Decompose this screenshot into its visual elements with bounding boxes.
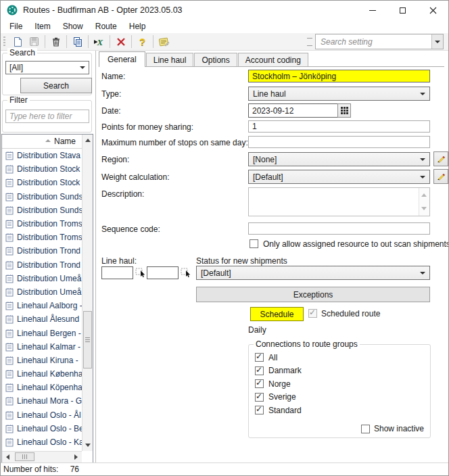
list-item[interactable]: Distribution Trond <box>2 258 82 272</box>
toolbar-grip[interactable] <box>3 37 5 47</box>
close-button[interactable] <box>418 1 448 20</box>
list-item[interactable]: Linehaul Köpenha <box>2 381 82 394</box>
save-button[interactable] <box>26 34 43 49</box>
tab[interactable]: Account coding <box>238 53 308 66</box>
show-inactive-checkbox[interactable] <box>361 425 370 433</box>
list-column-header-name[interactable]: Name <box>2 135 82 149</box>
menu-item[interactable]: Item <box>28 20 56 32</box>
list-item[interactable]: Distribution Stava <box>2 149 82 162</box>
tab[interactable]: Options <box>194 53 237 66</box>
list-item[interactable]: Linehaul Kiruna - <box>2 354 82 367</box>
list-item[interactable]: Distribution Stock <box>2 162 82 176</box>
line-haul-to-input[interactable] <box>147 266 179 279</box>
tab-strip: GeneralLine haulOptionsAccount coding <box>99 51 444 67</box>
scroll-right-button[interactable] <box>71 452 82 462</box>
list-item[interactable]: Linehaul Bergen - <box>2 326 82 339</box>
menu-item[interactable]: Show <box>57 20 89 32</box>
route-group-checkbox[interactable] <box>255 393 264 402</box>
title-bar: Routes - Budfirman AB - Opter 2023.05.03 <box>1 1 448 20</box>
scroll-up-button[interactable] <box>82 135 93 145</box>
max-stops-input[interactable] <box>248 136 430 148</box>
copy-button[interactable] <box>69 34 86 49</box>
route-group-checkbox[interactable] <box>255 379 264 388</box>
search-setting-dropdown-button[interactable] <box>431 34 443 49</box>
list-item-label: Distribution Sunds <box>17 206 82 215</box>
cancel-button[interactable] <box>112 34 129 49</box>
weight-calculation-combobox[interactable]: [Default] <box>248 170 430 184</box>
maximize-button[interactable] <box>387 1 418 20</box>
menu-item[interactable]: Route <box>89 20 123 32</box>
toolbar: X ? Search setting <box>1 33 448 51</box>
list-item[interactable]: Distribution Sunds <box>2 204 82 217</box>
menu-item[interactable]: Help <box>123 20 152 32</box>
vertical-scrollbar[interactable] <box>82 135 93 451</box>
search-scope-combobox[interactable]: [All] <box>5 61 89 74</box>
exceptions-button[interactable]: Exceptions <box>196 287 430 302</box>
list-item[interactable]: Distribution Trond <box>2 244 82 258</box>
toolbar-overflow-handle[interactable] <box>307 38 312 46</box>
sequence-code-input[interactable] <box>248 222 430 235</box>
list-item[interactable]: Linehaul Oslo - Ål <box>2 408 82 422</box>
list-item[interactable]: Distribution Sunds <box>2 190 82 204</box>
tab[interactable]: Line haul <box>146 53 194 66</box>
scroll-left-button[interactable] <box>2 452 13 462</box>
date-picker-button[interactable] <box>337 103 351 118</box>
out-scan-checkbox[interactable] <box>250 239 258 248</box>
list-item[interactable]: Distribution Troms <box>2 231 82 244</box>
search-setting-input[interactable]: Search setting <box>315 34 444 49</box>
edit-weight-calculation-button[interactable] <box>433 169 448 184</box>
region-combobox[interactable]: [None] <box>248 152 430 166</box>
route-group-option: Norge <box>255 377 302 391</box>
horizontal-scrollbar[interactable] <box>2 451 82 462</box>
new-document-button[interactable] <box>9 34 26 49</box>
hits-value: 76 <box>66 465 79 474</box>
pick-target-icon[interactable] <box>135 268 145 278</box>
schedule-button[interactable]: Schedule <box>250 307 304 321</box>
scheduled-route-checkbox[interactable] <box>308 309 317 318</box>
name-input[interactable]: Stockholm – Jönköping <box>248 70 430 82</box>
list-item-label: Linehaul Kalmar - <box>17 342 80 352</box>
vertical-scrollbar-thumb[interactable] <box>83 311 92 368</box>
list-item[interactable]: Linehaul Københa <box>2 367 82 381</box>
arrow-up-icon <box>85 136 91 142</box>
route-group-checkbox[interactable] <box>255 353 264 362</box>
edit-region-button[interactable] <box>433 151 448 166</box>
date-input[interactable]: 2023-09-12 <box>248 103 338 118</box>
search-button[interactable]: Search <box>20 78 92 93</box>
tab[interactable]: General <box>99 51 145 67</box>
notes-button[interactable] <box>156 34 172 49</box>
arrow-down-icon <box>85 444 91 450</box>
route-group-checkbox[interactable] <box>255 406 264 414</box>
list-item-label: Distribution Umeå <box>17 287 81 297</box>
list-item[interactable]: Linehaul Kalmar - <box>2 340 82 354</box>
horizontal-scrollbar-thumb[interactable] <box>15 452 34 461</box>
list-item[interactable]: Distribution Troms <box>2 217 82 231</box>
search-scope-value: [All] <box>9 63 23 72</box>
pick-target-icon[interactable] <box>181 268 191 278</box>
description-scrollbar[interactable] <box>419 188 429 216</box>
description-textarea[interactable] <box>248 187 430 216</box>
export-excel-button[interactable]: X <box>91 34 108 49</box>
list-item[interactable]: Linehaul Ålesund <box>2 312 82 326</box>
menu-item[interactable]: File <box>3 20 28 32</box>
list-item[interactable]: Distribution Stock <box>2 176 82 189</box>
filter-input[interactable]: Type here to filter <box>5 110 89 123</box>
line-haul-from-input[interactable] <box>101 266 133 279</box>
scroll-down-button[interactable] <box>82 440 93 451</box>
route-group-checkbox[interactable] <box>255 366 264 375</box>
minimize-button[interactable] <box>357 1 387 20</box>
delete-button[interactable] <box>47 34 64 49</box>
help-button[interactable]: ? <box>134 34 151 49</box>
points-input[interactable]: 1 <box>248 120 430 133</box>
list-item[interactable]: Distribution Umeå <box>2 285 82 299</box>
type-combobox[interactable]: Line haul <box>248 87 430 101</box>
list-item[interactable]: Linehaul Mora - G <box>2 394 82 408</box>
list-item-label: Linehaul Ålesund <box>17 314 79 324</box>
list-item[interactable]: Linehaul Oslo - Be <box>2 422 82 435</box>
menu-bar: FileItemShowRouteHelp <box>1 20 448 33</box>
filter-groupbox: Filter Type here to filter <box>2 100 92 133</box>
list-item[interactable]: Linehaul Aalborg - <box>2 299 82 312</box>
list-item[interactable]: Distribution Umeå <box>2 272 82 285</box>
list-item[interactable]: Linehaul Oslo - Ka <box>2 435 82 449</box>
status-new-shipments-combobox[interactable]: [Default] <box>196 266 430 280</box>
